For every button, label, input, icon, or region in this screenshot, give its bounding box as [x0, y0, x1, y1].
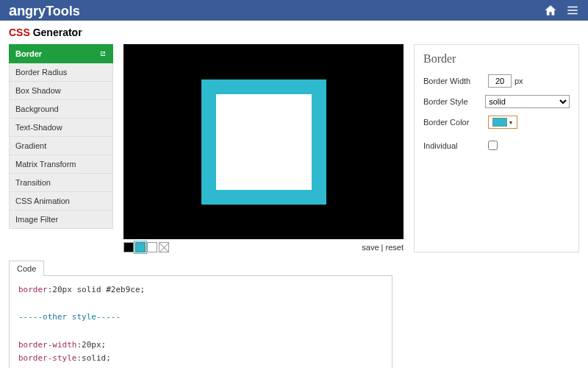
code-output[interactable]: border:20px solid #2eb9ce; -----other st… — [9, 275, 392, 368]
sidebar-item-box-shadow[interactable]: Box Shadow — [9, 82, 113, 100]
sidebar-item-image-filter[interactable]: Image Filter — [9, 210, 113, 229]
panel-title: Border — [423, 52, 570, 66]
tab-code[interactable]: Code — [9, 261, 44, 276]
chevron-down-icon: ▼ — [509, 120, 514, 125]
border-style-label: Border Style — [423, 97, 485, 106]
border-width-label: Border Width — [423, 77, 488, 85]
page-title: CSS Generator — [0, 21, 588, 44]
home-icon[interactable] — [544, 4, 557, 17]
border-color-picker[interactable]: ▼ — [488, 116, 517, 129]
sidebar-item-label: Border — [15, 49, 42, 58]
popout-icon — [99, 50, 107, 57]
sidebar-item-text-shadow[interactable]: Text-Shadow — [9, 118, 113, 137]
bg-swatches — [123, 242, 169, 252]
sidebar-item-border[interactable]: Border — [9, 44, 113, 63]
sidebar-item-css-animation[interactable]: CSS Animation — [9, 192, 113, 210]
color-chip — [492, 118, 507, 127]
canvas-actions: save | reset — [362, 243, 404, 252]
code-section: Code border:20px solid #2eb9ce; -----oth… — [9, 260, 392, 368]
save-link[interactable]: save — [362, 243, 379, 252]
swatch-transparent[interactable] — [159, 242, 169, 252]
unit-label: px — [514, 77, 523, 85]
individual-label: Individual — [423, 141, 488, 150]
border-style-select[interactable]: solid — [485, 95, 570, 108]
menu-icon[interactable] — [566, 4, 579, 17]
logo[interactable]: aangryToolsngryTools — [9, 2, 80, 19]
sidebar-item-gradient[interactable]: Gradient — [9, 137, 113, 155]
preview-canvas — [123, 44, 404, 239]
border-color-label: Border Color — [423, 118, 488, 127]
swatch-black[interactable] — [123, 242, 134, 252]
sidebar-item-transition[interactable]: Transition — [9, 174, 113, 192]
options-panel: Border Border Width px Border Style soli… — [414, 44, 579, 252]
app-header: aangryToolsngryTools — [0, 0, 588, 21]
border-width-input[interactable] — [488, 74, 512, 88]
swatch-white[interactable] — [147, 242, 157, 252]
swatch-cyan[interactable] — [135, 242, 146, 252]
sidebar: Border Border Radius Box Shadow Backgrou… — [9, 44, 113, 252]
reset-link[interactable]: reset — [386, 243, 404, 252]
sidebar-item-matrix-transform[interactable]: Matrix Transform — [9, 155, 113, 174]
preview-box[interactable] — [201, 79, 326, 205]
sidebar-item-border-radius[interactable]: Border Radius — [9, 63, 113, 82]
individual-checkbox[interactable] — [488, 141, 498, 150]
sidebar-item-background[interactable]: Background — [9, 100, 113, 118]
